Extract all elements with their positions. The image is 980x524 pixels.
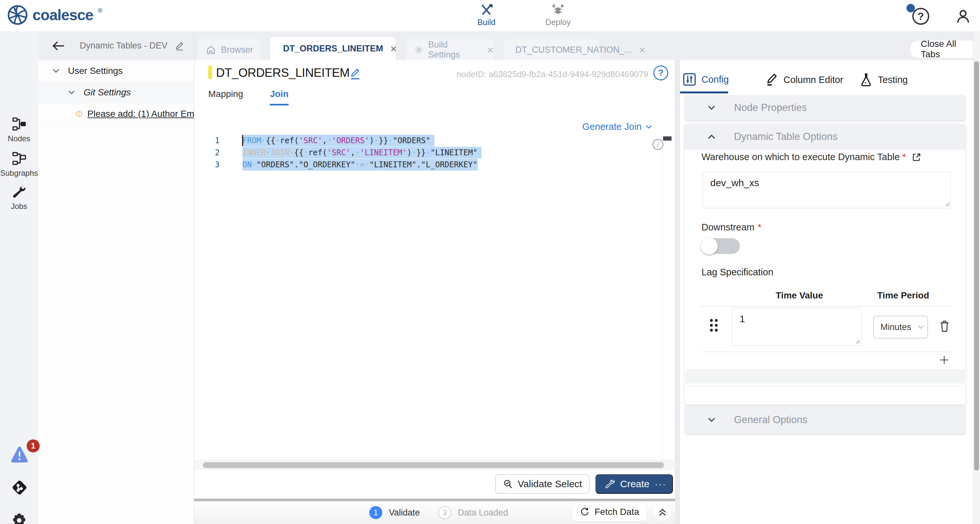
nodes-label: Nodes	[8, 134, 30, 143]
validate-select-button[interactable]: Validate Select	[495, 474, 590, 494]
bottom-drawer-handle[interactable]	[194, 499, 675, 501]
tab-dt-customer-nation[interactable]: DT_CUSTOMER_NATION_... ×	[504, 39, 600, 60]
tab-column-editor[interactable]: Column Editor	[765, 73, 843, 87]
tree-item-author-warning[interactable]: Please add: (1) Author Em	[38, 103, 194, 125]
panel-scrollbar-track[interactable]	[973, 31, 980, 524]
warning-circle-icon	[76, 108, 82, 119]
lag-specification-title: Lag Specification	[702, 267, 773, 278]
edit-workspace-icon[interactable]	[174, 41, 185, 51]
gear-icon	[414, 45, 424, 55]
code-lines: 1FROM·{{·ref('SRC',·'ORDERS')·}}·"ORDERS…	[194, 134, 663, 170]
node-editor: DT_ORDERS_LINEITEM nodeID: a63625d9-fb2a…	[194, 60, 675, 500]
status-bar: 1 Validate 3 Data Loaded Fetch Data	[194, 501, 675, 524]
double-chevron-up-icon	[657, 506, 668, 518]
edit-node-name-icon[interactable]	[349, 67, 361, 80]
required-asterisk: *	[902, 152, 906, 162]
tab-build-settings[interactable]: Build Settings ×	[406, 39, 493, 60]
column-editor-tab-label: Column Editor	[783, 75, 843, 85]
node-help-icon[interactable]: ?	[653, 65, 668, 80]
chevron-down-icon	[706, 414, 717, 425]
workspace-sidebar: Dynamic Tables - DEV User Settings Git S…	[38, 31, 194, 524]
close-tab-icon[interactable]: ×	[639, 44, 646, 55]
section-general-options[interactable]: General Options	[684, 406, 966, 434]
subgraphs-label: Subgraphs	[0, 169, 38, 178]
problems-indicator[interactable]: 1	[10, 445, 29, 465]
rail-item-jobs[interactable]: Jobs	[0, 185, 38, 211]
empty-table-row	[685, 369, 965, 384]
create-options-icon[interactable]: ···	[655, 478, 667, 489]
editor-subtabs: Mapping Join	[208, 89, 289, 105]
user-icon[interactable]	[955, 8, 972, 25]
collapse-drawer-button[interactable]	[654, 503, 671, 521]
step-label: Data Loaded	[458, 508, 508, 518]
external-link-icon[interactable]	[912, 152, 922, 162]
close-all-tabs-button[interactable]: Close All Tabs	[909, 40, 980, 58]
node-type-pill	[208, 65, 212, 79]
top-bar: coalesce® Build Deploy	[0, 0, 980, 31]
deploy-package-icon	[551, 3, 565, 16]
add-lag-row-button[interactable]	[938, 354, 951, 366]
tab-label: Browser	[221, 45, 253, 55]
settings-button[interactable]	[11, 512, 27, 524]
nav-deploy[interactable]: Deploy	[540, 3, 576, 27]
tab-dt-orders-lineitem[interactable]: DT_ORDERS_LINEITEM ×	[270, 37, 396, 60]
help-button[interactable]: ?	[912, 8, 929, 25]
step-data-loaded: 3 Data Loaded	[438, 506, 508, 519]
close-tab-icon[interactable]: ×	[487, 44, 493, 55]
drag-handle[interactable]	[710, 319, 718, 332]
jobs-label: Jobs	[11, 202, 27, 211]
time-value-input[interactable]: 1	[732, 308, 862, 346]
warehouse-input[interactable]: dev_wh_xs	[703, 172, 951, 208]
logo-text: coalesce	[33, 6, 93, 24]
time-period-select[interactable]: Minutes	[873, 316, 928, 338]
create-wrench-icon	[605, 479, 615, 489]
jobs-wrench-icon	[12, 185, 26, 199]
tab-mapping[interactable]: Mapping	[208, 89, 243, 105]
rail-item-subgraphs[interactable]: Subgraphs	[0, 151, 38, 178]
tab-testing[interactable]: Testing	[860, 73, 908, 87]
editor-hscroll-track[interactable]	[194, 460, 675, 470]
workspace-header: Dynamic Tables - DEV	[38, 31, 194, 60]
line-number: 2	[194, 148, 220, 157]
tab-join[interactable]: Join	[270, 89, 289, 105]
config-sliders-icon	[682, 73, 696, 86]
line-number: 3	[194, 160, 220, 169]
tree-item-user-settings[interactable]: User Settings	[38, 60, 194, 82]
chevron-down-icon	[916, 322, 926, 332]
problems-count-badge: 1	[27, 440, 40, 452]
line-number: 1	[194, 136, 220, 145]
coalesce-logo[interactable]: coalesce®	[7, 5, 102, 25]
editor-info-icon[interactable]: i	[652, 139, 663, 150]
git-button[interactable]	[11, 479, 28, 497]
code-line[interactable]: 1FROM·{{·ref('SRC',·'ORDERS')·}}·"ORDERS…	[194, 134, 663, 147]
downstream-toggle[interactable]	[702, 238, 740, 254]
time-period-value: Minutes	[880, 322, 912, 332]
selected-code-text: INNER·JOIN·{{·ref('SRC',·'LINEITEM')·}}·…	[242, 147, 482, 159]
nav-build[interactable]: Build	[469, 3, 504, 27]
editor-vertical-scrollbar[interactable]	[663, 136, 671, 140]
dynamic-table-options-header[interactable]: Dynamic Table Options	[684, 124, 966, 150]
dynamic-table-options-label: Dynamic Table Options	[734, 131, 837, 143]
back-arrow-icon[interactable]	[52, 40, 65, 51]
create-button[interactable]: Create ···	[595, 474, 673, 494]
rail-item-nodes[interactable]: Nodes	[0, 116, 38, 143]
join-code-editor[interactable]: 1FROM·{{·ref('SRC',·'ORDERS')·}}·"ORDERS…	[194, 134, 663, 170]
panel-scrollbar-thumb[interactable]	[974, 61, 979, 471]
editor-horizontal-scrollbar[interactable]	[203, 462, 664, 468]
fetch-data-button[interactable]: Fetch Data	[572, 503, 647, 521]
nodes-icon	[12, 116, 27, 132]
warehouse-label: Warehouse on which to execute Dynamic Ta…	[702, 152, 922, 162]
tab-config[interactable]: Config	[682, 73, 729, 86]
tab-browser[interactable]: Browser	[197, 39, 260, 60]
generate-join-dropdown[interactable]: Generate Join	[582, 121, 653, 132]
tree-item-git-settings[interactable]: Git Settings	[38, 82, 194, 103]
git-settings-label: Git Settings	[84, 87, 131, 98]
close-tab-icon[interactable]: ×	[390, 43, 397, 54]
code-line[interactable]: 2INNER·JOIN·{{·ref('SRC',·'LINEITEM')·}}…	[194, 147, 663, 159]
step-number-badge: 1	[369, 506, 382, 519]
section-node-properties[interactable]: Node Properties	[684, 95, 966, 120]
step-number-badge: 3	[438, 506, 451, 519]
delete-row-icon[interactable]	[939, 320, 951, 333]
top-navigation: Build Deploy	[469, 3, 576, 27]
code-line[interactable]: 3ON·"ORDERS"."O_ORDERKEY"·=·"LINEITEM"."…	[194, 159, 663, 170]
